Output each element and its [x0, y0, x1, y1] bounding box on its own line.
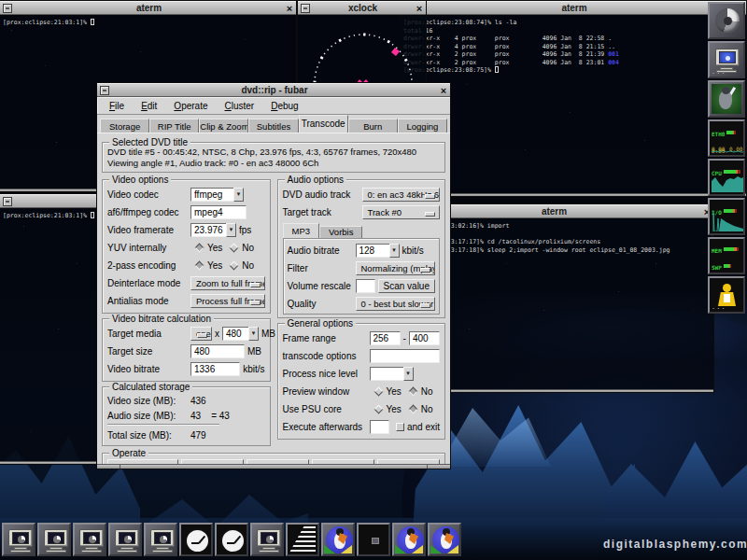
quality-label: Quality [288, 299, 353, 309]
titlebar[interactable]: aterm × [0, 1, 296, 15]
preview-no-radio[interactable] [408, 387, 417, 397]
close-icon[interactable]: × [413, 3, 426, 14]
dockapp-licq-icon[interactable]: ... [708, 276, 745, 314]
yuv-yes-radio[interactable] [195, 244, 204, 253]
yuv-no-radio[interactable] [230, 244, 239, 253]
dockapp-network-monitor[interactable]: ETH0 0.00 0.00 0.00 0.00 [708, 119, 745, 157]
calculated-storage-frame: Calculated storage Video size (MB): 436 … [102, 386, 271, 446]
framerate-input[interactable] [190, 223, 226, 237]
combo-arrow-icon[interactable]: ▼ [226, 223, 236, 237]
window-resize-bar[interactable] [97, 464, 450, 469]
tab-transcode[interactable]: Transcode [299, 115, 348, 133]
titlebar[interactable]: dvd::rip - fubar × [97, 83, 450, 97]
antialias-select[interactable]: Process full frame (slow) [190, 294, 265, 308]
target-size-input[interactable] [190, 344, 245, 358]
menu-operate[interactable]: Operate [165, 99, 216, 113]
and-exit-checkbox[interactable] [396, 423, 404, 431]
window-menu-icon[interactable] [3, 197, 12, 206]
video-codec-input[interactable] [190, 188, 233, 202]
dock-clock-icon[interactable] [215, 523, 248, 556]
titlebar[interactable]: aterm × [401, 1, 746, 15]
tab-vorbis[interactable]: Vorbis [319, 226, 362, 238]
dock-aterm-icon[interactable] [108, 523, 142, 556]
tab-storage[interactable]: Storage [100, 119, 149, 133]
menu-debug[interactable]: Debug [262, 99, 306, 113]
window-menu-icon[interactable] [3, 4, 12, 13]
deinterlace-select[interactable]: Zoom to full frame (slow) [190, 276, 265, 290]
ls-row: drwxr-xr-x 4 prox prox 4096 Jan 8 21:15 [403, 43, 608, 50]
dock-mini-icon[interactable] [357, 523, 390, 556]
video-codec-combo[interactable]: ▼ [190, 188, 244, 202]
antialias-label: Antialias mode [107, 296, 188, 306]
twopass-no-radio[interactable] [230, 261, 239, 271]
twopass-yes-radio[interactable] [195, 261, 204, 271]
dockapp-io-monitor[interactable]: I/O [708, 198, 745, 235]
media-size-combo[interactable]: ▼ [222, 327, 259, 341]
frame-to-input[interactable] [409, 331, 440, 345]
close-icon[interactable]: × [283, 3, 296, 14]
titlebar[interactable]: xclock × [298, 1, 426, 15]
dock-penguin-icon[interactable] [321, 523, 355, 556]
combo-arrow-icon[interactable]: ▼ [389, 244, 400, 258]
execute-afterwards-input[interactable] [370, 420, 389, 434]
menu-edit[interactable]: Edit [133, 99, 165, 113]
psu-no-radio[interactable] [408, 405, 417, 414]
menu-cluster[interactable]: Cluster [217, 99, 263, 113]
media-size-input[interactable] [222, 327, 248, 341]
tab-mp3[interactable]: MP3 [283, 223, 320, 238]
filter-select[interactable]: Normalizing (mplayer filter) [356, 261, 436, 275]
dockapp-cpu-monitor[interactable]: CPU [708, 159, 745, 196]
tab-burn[interactable]: Burn [348, 119, 398, 133]
scan-value-button[interactable]: Scan value [378, 279, 435, 293]
dvd-audio-track-select[interactable]: 0: en ac3 48kHz 6Ch => 0 [362, 188, 441, 202]
transcode-page: Selected DVD title DVD title #5 - 00:45:… [97, 133, 450, 464]
framerate-combo[interactable]: ▼ [190, 223, 236, 237]
dock-monitor-app-icon[interactable]: ... [708, 41, 745, 78]
volume-rescale-input[interactable] [356, 279, 375, 293]
transcode-options-input[interactable] [370, 349, 441, 363]
psu-yes-radio[interactable] [374, 405, 383, 414]
nice-level-input[interactable] [370, 367, 403, 381]
filter-label: Filter [288, 263, 353, 273]
af6-codec-input[interactable] [190, 205, 247, 219]
target-track-select[interactable]: Track #0 [362, 205, 441, 219]
nice-level-combo[interactable]: ▼ [370, 367, 414, 381]
target-media-select[interactable]: one [190, 327, 212, 341]
dvd-title-info: DVD title #5 - 00:45:42, NTSC, 8 Chp, 23… [107, 147, 440, 158]
tab-logging[interactable]: Logging [398, 119, 447, 133]
dock-aterm-icon[interactable] [73, 523, 106, 556]
uptime-days: 0000 days, [710, 273, 743, 274]
combo-arrow-icon[interactable]: ▼ [403, 367, 414, 381]
video-bitrate-input[interactable] [190, 362, 240, 376]
window-menu-icon[interactable] [100, 86, 109, 95]
dock-stripes-icon[interactable] [286, 523, 319, 556]
dockapp-mem-monitor[interactable]: MEM SWP 0000 days, 02:14:46 [708, 237, 745, 274]
terminal-output[interactable]: [prox:eclipse:23:08:74]% ls -la total 16… [401, 16, 746, 193]
close-icon[interactable]: × [437, 85, 450, 96]
dock-clock-icon[interactable] [179, 523, 213, 556]
audio-bitrate-combo[interactable]: ▼ [356, 244, 400, 258]
dock-wm-logo-icon[interactable] [708, 2, 745, 39]
window-menu-icon[interactable] [301, 4, 310, 13]
menu-file[interactable]: File [101, 99, 133, 113]
dock-aterm-icon[interactable] [250, 523, 284, 556]
window-title: aterm [416, 3, 733, 13]
combo-arrow-icon[interactable]: ▼ [248, 327, 259, 341]
quality-select[interactable]: 0 - best but slower [356, 297, 436, 311]
audio-bitrate-input[interactable] [356, 244, 389, 258]
dock-aterm-icon[interactable] [37, 523, 71, 556]
window-resize-bar[interactable] [401, 193, 746, 196]
dock-aterm-icon[interactable] [144, 523, 177, 556]
window-aterm-top-right: aterm × [prox:eclipse:23:08:74]% ls -la … [400, 0, 747, 197]
tab-clip-zoom[interactable]: Clip & Zoom [199, 119, 248, 133]
ls-row: drwxr-xr-x 4 prox prox 4096 Jan 8 22:58 [403, 35, 608, 42]
tab-subtitles[interactable]: Subtitles [248, 119, 298, 133]
preview-yes-radio[interactable] [374, 387, 383, 397]
tab-rip-title[interactable]: RIP Title [149, 119, 199, 133]
dock-aterm-icon[interactable] [2, 523, 35, 556]
combo-arrow-icon[interactable]: ▼ [233, 188, 244, 202]
dock-penguin-icon[interactable] [392, 523, 426, 556]
frame-from-input[interactable] [370, 331, 401, 345]
dock-knight-icon[interactable] [708, 80, 745, 118]
dock-penguin-icon[interactable] [428, 523, 461, 556]
